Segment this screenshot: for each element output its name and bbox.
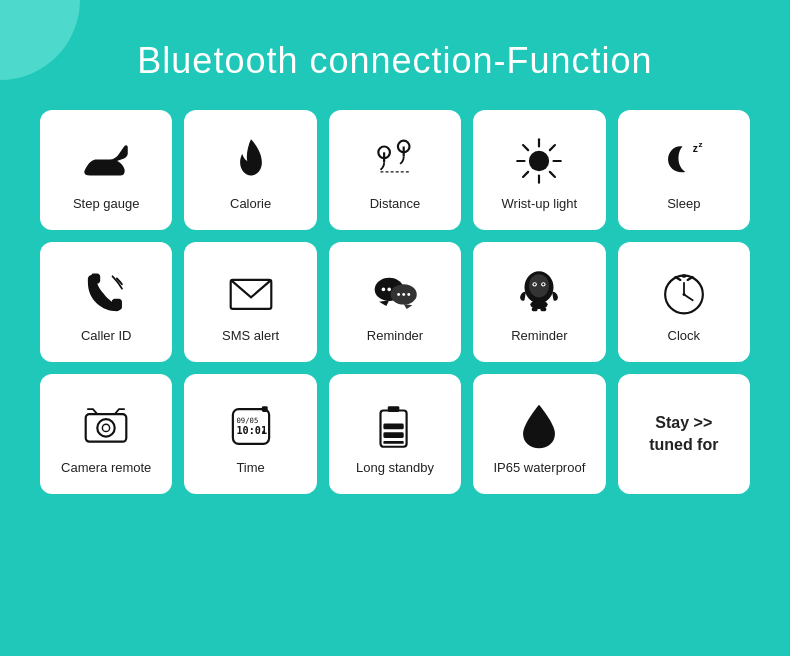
svg-line-9 (550, 145, 555, 150)
distance-icon (366, 132, 424, 190)
svg-text:z: z (698, 139, 702, 148)
card-sleep: z z Sleep (618, 110, 750, 230)
clock-icon (655, 264, 713, 322)
card-step-gauge: Step gauge (40, 110, 172, 230)
card-label-long-standby: Long standby (356, 460, 434, 477)
qq-icon (510, 264, 568, 322)
svg-line-35 (675, 277, 680, 280)
shoe-icon (77, 132, 135, 190)
card-label-sms-alert: SMS alert (222, 328, 279, 345)
card-ip65-waterproof: IP65 waterproof (473, 374, 605, 494)
svg-rect-42 (261, 406, 267, 412)
svg-rect-49 (383, 432, 403, 438)
card-label-clock: Clock (668, 328, 701, 345)
svg-point-20 (402, 293, 405, 296)
time-icon: 09/05 10:01 ♦ (222, 396, 280, 454)
card-stay-tuned: Stay >>tuned for (618, 374, 750, 494)
svg-point-26 (534, 283, 536, 285)
card-label-sleep: Sleep (667, 196, 700, 213)
card-label-reminder-wechat: Reminder (367, 328, 423, 345)
wechat-icon (366, 264, 424, 322)
svg-rect-50 (383, 440, 403, 443)
card-calorie: Calorie (184, 110, 316, 230)
card-time: 09/05 10:01 ♦ Time (184, 374, 316, 494)
svg-point-40 (103, 424, 110, 431)
card-sms-alert: SMS alert (184, 242, 316, 362)
svg-point-16 (387, 287, 391, 291)
svg-rect-37 (682, 274, 686, 278)
feature-grid: Step gauge Calorie Distance (40, 110, 750, 494)
camera-icon (77, 396, 135, 454)
svg-line-8 (550, 171, 555, 176)
sun-icon (510, 132, 568, 190)
card-label-camera-remote: Camera remote (61, 460, 151, 477)
main-container: Bluetooth connection-Function Step gauge… (0, 0, 790, 656)
flame-icon (222, 132, 280, 190)
svg-point-21 (407, 293, 410, 296)
svg-line-36 (687, 277, 692, 280)
sleep-icon: z z (655, 132, 713, 190)
card-reminder-qq: Reminder (473, 242, 605, 362)
svg-text:09/05: 09/05 (236, 415, 258, 424)
battery-icon (366, 396, 424, 454)
card-label-wrist-up-light: Wrist-up light (502, 196, 578, 213)
mail-icon (222, 264, 280, 322)
svg-rect-47 (388, 406, 400, 412)
svg-point-23 (529, 274, 549, 297)
card-camera-remote: Camera remote (40, 374, 172, 494)
card-label-distance: Distance (370, 196, 421, 213)
card-caller-id: Caller ID (40, 242, 172, 362)
svg-line-10 (523, 171, 528, 176)
stay-tuned-text: Stay >>tuned for (649, 412, 718, 457)
svg-text:z: z (692, 143, 697, 154)
svg-rect-48 (383, 423, 403, 429)
card-long-standby: Long standby (329, 374, 461, 494)
card-label-step-gauge: Step gauge (73, 196, 140, 213)
svg-rect-29 (532, 307, 538, 311)
card-label-time: Time (236, 460, 264, 477)
card-label-reminder-qq: Reminder (511, 328, 567, 345)
svg-line-7 (523, 145, 528, 150)
water-icon (510, 396, 568, 454)
svg-rect-30 (541, 307, 547, 311)
card-clock: Clock (618, 242, 750, 362)
card-label-caller-id: Caller ID (81, 328, 132, 345)
svg-point-27 (543, 283, 545, 285)
card-reminder-wechat: Reminder (329, 242, 461, 362)
card-label-ip65-waterproof: IP65 waterproof (494, 460, 586, 477)
svg-point-15 (382, 287, 386, 291)
card-wrist-up-light: Wrist-up light (473, 110, 605, 230)
page-title: Bluetooth connection-Function (137, 40, 652, 82)
phone-icon (77, 264, 135, 322)
svg-line-34 (684, 294, 693, 300)
card-label-calorie: Calorie (230, 196, 271, 213)
svg-point-19 (397, 293, 400, 296)
svg-point-39 (97, 419, 114, 436)
card-distance: Distance (329, 110, 461, 230)
svg-point-2 (529, 150, 549, 170)
